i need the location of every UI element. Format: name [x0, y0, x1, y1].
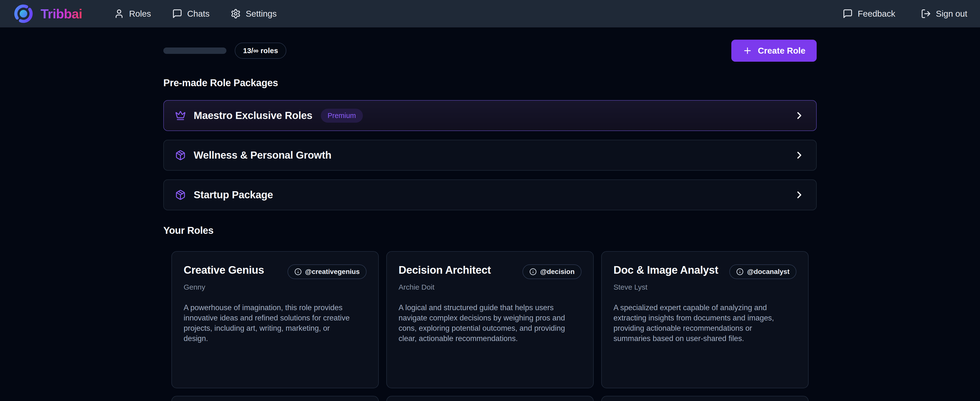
nav-item-settings[interactable]: Settings	[231, 8, 277, 19]
role-title: Decision Architect	[399, 264, 491, 276]
role-card-header: Decision Architect @decision	[399, 264, 581, 279]
chat-bubble-icon	[843, 8, 853, 19]
plus-icon	[743, 46, 752, 56]
role-description: A logical and structured guide that help…	[399, 303, 567, 344]
roles-toolbar: 13/∞ roles Create Role	[163, 39, 817, 63]
role-card-creative-genius[interactable]: Creative Genius @creativegenius Genny A …	[172, 251, 379, 388]
primary-nav: Roles Chats Settings	[114, 8, 277, 19]
package-row-startup[interactable]: Startup Package	[163, 179, 817, 210]
info-icon	[736, 268, 743, 275]
role-description: A specialized expert capable of analyzin…	[614, 303, 782, 344]
role-handle-badge: @creativegenius	[288, 264, 366, 279]
brand[interactable]: Tribbai	[13, 3, 82, 24]
package-title: Maestro Exclusive Roles	[194, 110, 312, 121]
role-card-decision-architect[interactable]: Decision Architect @decision Archie Doit…	[386, 251, 594, 388]
role-handle: @creativegenius	[305, 268, 360, 276]
feedback-label: Feedback	[858, 9, 896, 19]
package-icon	[175, 190, 186, 200]
nav-item-chats[interactable]: Chats	[172, 8, 210, 19]
nav-right: Feedback Sign out	[843, 8, 967, 19]
user-icon	[114, 8, 124, 19]
package-title: Startup Package	[194, 189, 273, 201]
brand-name: Tribbai	[41, 6, 82, 21]
gear-icon	[231, 8, 241, 19]
package-row-maestro[interactable]: Maestro Exclusive Roles Premium	[163, 100, 817, 131]
package-title: Wellness & Personal Growth	[194, 149, 331, 161]
role-card[interactable]	[601, 396, 808, 401]
crown-icon	[175, 110, 186, 121]
role-title: Creative Genius	[184, 264, 264, 276]
role-card[interactable]	[172, 396, 379, 401]
info-icon	[529, 268, 537, 275]
role-handle-badge: @docanalyst	[729, 264, 796, 279]
nav-item-label: Settings	[246, 9, 277, 19]
role-subtitle: Steve Lyst	[614, 283, 796, 291]
nav-item-label: Chats	[187, 9, 210, 19]
create-role-button[interactable]: Create Role	[731, 40, 817, 62]
nav-item-label: Roles	[129, 9, 151, 19]
role-title: Doc & Image Analyst	[614, 264, 718, 276]
chevron-right-icon[interactable]	[794, 150, 805, 161]
create-role-label: Create Role	[758, 46, 805, 56]
top-navigation: Tribbai Roles Chats Settings	[0, 0, 980, 27]
feedback-button[interactable]: Feedback	[843, 8, 896, 19]
roles-count-badge: 13/∞ roles	[235, 43, 286, 59]
package-row-wellness[interactable]: Wellness & Personal Growth	[163, 140, 817, 171]
logout-icon	[921, 8, 931, 19]
package-list: Maestro Exclusive Roles Premium Wellness…	[163, 100, 817, 210]
sign-out-label: Sign out	[936, 9, 967, 19]
role-handle: @docanalyst	[747, 268, 789, 276]
main-content: 13/∞ roles Create Role Pre-made Role Pac…	[163, 39, 817, 401]
role-subtitle: Archie Doit	[399, 283, 581, 291]
chevron-right-icon[interactable]	[794, 110, 805, 121]
packages-section-title: Pre-made Role Packages	[163, 77, 817, 88]
tribbai-logo-icon	[13, 3, 34, 24]
role-handle: @decision	[540, 268, 574, 276]
roles-grid: Creative Genius @creativegenius Genny A …	[163, 251, 817, 401]
role-card-header: Creative Genius @creativegenius	[184, 264, 366, 279]
premium-badge: Premium	[321, 109, 363, 123]
role-card-doc-image-analyst[interactable]: Doc & Image Analyst @docanalyst Steve Ly…	[601, 251, 808, 388]
roles-progress-bar	[163, 48, 226, 54]
role-card-header: Doc & Image Analyst @docanalyst	[614, 264, 796, 279]
role-description: A powerhouse of imagination, this role p…	[184, 303, 352, 344]
nav-item-roles[interactable]: Roles	[114, 8, 151, 19]
info-icon	[294, 268, 302, 275]
chat-bubble-icon	[172, 8, 182, 19]
role-handle-badge: @decision	[522, 264, 581, 279]
role-card[interactable]	[386, 396, 594, 401]
sign-out-button[interactable]: Sign out	[921, 8, 967, 19]
package-icon	[175, 150, 186, 161]
chevron-right-icon[interactable]	[794, 189, 805, 200]
your-roles-section-title: Your Roles	[163, 225, 817, 236]
role-subtitle: Genny	[184, 283, 366, 291]
